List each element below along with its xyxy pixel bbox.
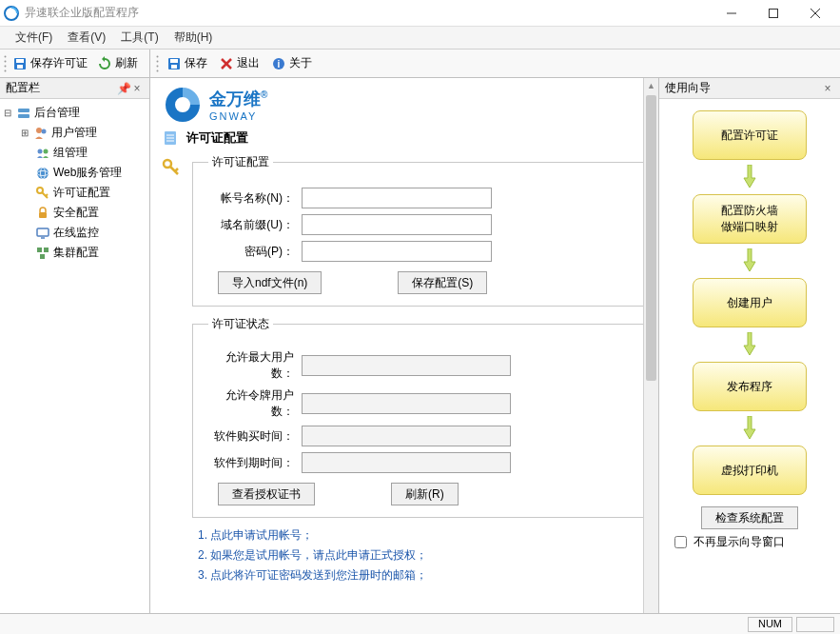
wizard-step-firewall[interactable]: 配置防火墙 做端口映射 [693,194,807,244]
save-config-button[interactable]: 保存配置(S) [398,271,487,294]
group-icon [35,146,50,161]
save-icon [166,56,182,71]
tree-label: 许可证配置 [53,185,110,201]
tree-item-groups[interactable]: 组管理 [32,143,147,163]
svg-rect-28 [37,228,49,236]
wizard-step-printer[interactable]: 虚拟打印机 [693,446,807,495]
toolbar-row: 保存许可证 刷新 保存 退出 i 关于 [0,50,840,78]
svg-text:i: i [278,59,281,69]
tree-label: 集群配置 [53,245,99,261]
tree-root[interactable]: ⊟ 后台管理 [2,103,147,123]
about-label: 关于 [289,55,312,71]
sidebar-header: 配置栏 📌 × [0,78,149,99]
refresh-icon [97,56,112,71]
window-title: 异速联企业版配置程序 [25,5,711,21]
group-legend: 许可证配置 [208,154,273,170]
grip-icon [4,50,7,77]
refresh-status-button[interactable]: 刷新(R) [391,483,459,505]
users-icon [33,126,49,141]
wizard-step-users[interactable]: 创建用户 [693,278,807,327]
close-button[interactable] [794,0,836,27]
expand-icon[interactable]: ⊞ [19,128,30,138]
tree-item-monitor[interactable]: 在线监控 [32,223,147,243]
status-num: NUM [748,617,792,632]
expire-time-value [302,452,511,473]
tree-label: 用户管理 [51,125,97,141]
link-apply-official[interactable]: 点此申请正式授权 [324,548,416,562]
menu-view[interactable]: 查看(V) [60,28,113,48]
dont-show-checkbox[interactable] [674,536,687,548]
import-ndf-button[interactable]: 导入ndf文件(n) [218,271,322,294]
arrow-down-icon [740,248,759,274]
check-system-button[interactable]: 检查系统配置 [701,506,798,529]
lock-icon [35,206,50,221]
svg-rect-16 [18,114,29,118]
svg-rect-9 [170,59,178,63]
expire-time-label: 软件到期时间： [208,455,294,471]
menu-tools[interactable]: 工具(T) [113,28,166,48]
logo: 金万维® GNWAY [162,84,647,126]
link-apply-trial[interactable]: 点此申请试用帐号； [210,528,313,542]
save-button[interactable]: 保存 [163,53,211,73]
svg-point-20 [44,149,49,153]
scrollbar-thumb[interactable] [646,95,656,381]
max-users-value [302,355,511,376]
toolbar-right: 保存 退出 i 关于 [150,50,840,77]
tree-item-users[interactable]: ⊞ 用户管理 [19,123,147,143]
refresh-button[interactable]: 刷新 [93,53,142,73]
menubar: 文件(F) 查看(V) 工具(T) 帮助(H) [0,27,840,50]
window-titlebar: 异速联企业版配置程序 [0,0,840,27]
close-panel-button[interactable]: × [130,82,144,95]
pin-icon[interactable]: 📌 [117,82,130,95]
tree-item-license[interactable]: 许可证配置 [32,183,147,203]
collapse-icon[interactable]: ⊟ [2,108,13,118]
svg-rect-7 [17,65,23,69]
refresh-label: 刷新 [115,55,138,71]
max-users-label: 允许最大用户数： [208,349,294,382]
link-send-password[interactable]: 点此将许可证密码发送到您注册时的邮箱； [210,568,427,582]
center-panel: 金万维® GNWAY 许可证配置 许可证配置 帐号名称(N)： [150,78,659,634]
minimize-button[interactable] [711,0,752,27]
arrow-down-icon [740,415,759,442]
wizard-header: 使用向导 × [659,78,840,99]
save-icon [12,56,28,71]
arrow-down-icon [740,164,759,190]
grip-icon [156,50,159,77]
account-name-input[interactable] [302,188,492,208]
tree-item-webservice[interactable]: Web服务管理 [32,163,147,183]
tree-item-cluster[interactable]: 集群配置 [32,243,147,263]
maximize-button[interactable] [752,0,794,27]
toolbar-left: 保存许可证 刷新 [0,50,150,77]
save-license-button[interactable]: 保存许可证 [9,53,91,73]
statusbar: NUM [0,613,840,634]
domain-prefix-label: 域名前缀(U)： [208,217,294,233]
status-empty [796,617,834,632]
close-wizard-button[interactable]: × [821,82,834,95]
dont-show-label: 不再显示向导窗口 [693,534,785,550]
wizard-step-license[interactable]: 配置许可证 [693,110,807,160]
exit-button[interactable]: 退出 [215,53,264,73]
group-legend: 许可证状态 [208,316,273,332]
token-users-value [302,393,511,414]
about-button[interactable]: i 关于 [267,53,316,73]
license-status-group: 许可证状态 允许最大用户数： 允许令牌用户数： 软件购买时间： [192,316,647,518]
password-input[interactable] [302,241,492,262]
purchase-time-label: 软件购买时间： [208,428,294,445]
domain-prefix-input[interactable] [302,214,492,235]
svg-point-18 [42,129,47,133]
wizard-step-publish[interactable]: 发布程序 [693,362,807,411]
key-icon [35,186,50,201]
tree-label: 安全配置 [53,205,99,221]
svg-rect-30 [37,248,42,252]
save-label: 保存 [185,55,207,71]
purchase-time-value [302,426,511,446]
scroll-up-icon[interactable]: ▲ [644,78,658,93]
close-icon [219,56,234,71]
view-cert-button[interactable]: 查看授权证书 [218,483,315,505]
vertical-scrollbar[interactable]: ▲ ▼ [643,78,658,634]
tree-item-security[interactable]: 安全配置 [32,203,147,223]
menu-help[interactable]: 帮助(H) [166,28,221,48]
menu-file[interactable]: 文件(F) [8,28,60,48]
svg-point-19 [38,149,43,153]
svg-line-39 [175,168,178,171]
